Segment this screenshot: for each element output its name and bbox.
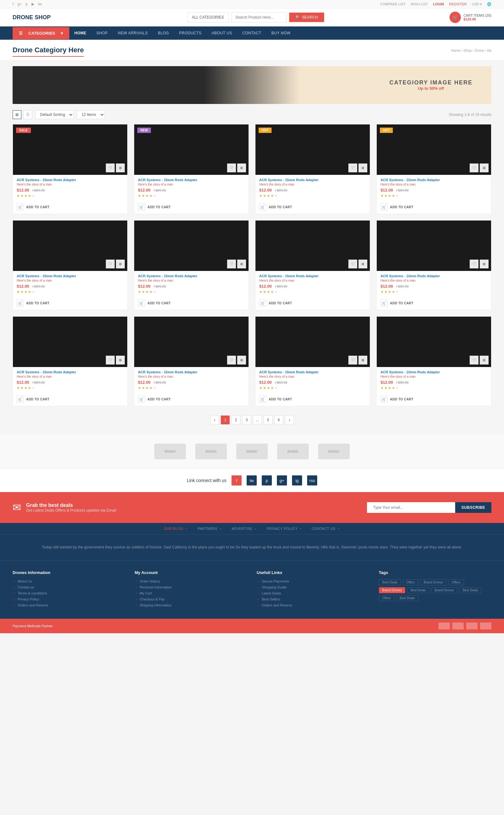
search-button[interactable]: 🔍 SEARCH <box>289 13 324 22</box>
product-name[interactable]: ACR Systems - 15mm Rods Adapter <box>259 370 366 374</box>
footer-terms[interactable]: Terms & conditions <box>13 591 125 595</box>
footer-orders-returns2[interactable]: Orders and Returns <box>257 603 369 607</box>
product-name[interactable]: ACR Systems - 15mm Rods Adapter <box>381 178 487 182</box>
nav-products[interactable]: PRODUCTS <box>174 26 207 40</box>
sort-select[interactable]: Default Sorting <box>35 110 74 119</box>
newsletter-email-input[interactable] <box>367 502 455 513</box>
tag-brand-drones[interactable]: Brand Drones <box>420 579 447 585</box>
tag-brand-drones2[interactable]: Brand Drones <box>379 587 405 593</box>
wishlist-button[interactable]: ♡ <box>227 260 236 268</box>
subscribe-button[interactable]: SUBSCRIBE <box>455 502 491 513</box>
wishlist-button[interactable]: ♡ <box>227 356 236 364</box>
product-name[interactable]: ACR Systems - 15mm Rods Adapter <box>381 370 487 374</box>
all-categories-button[interactable]: ALL CATEGORIES <box>187 12 229 22</box>
tag-best-deals3[interactable]: Best Deals <box>459 587 481 593</box>
footer-checkout[interactable]: Checkout & Pay <box>135 597 248 601</box>
wishlist-button[interactable]: ♡ <box>106 164 115 172</box>
add-to-cart-button[interactable]: ADD TO CART <box>269 398 292 401</box>
wishlist-button[interactable]: ♡ <box>470 356 478 364</box>
product-name[interactable]: ACR Systems - 15mm Rods Adapter <box>138 370 245 374</box>
categories-dropdown[interactable]: ☰ CATEGORIES ▾ <box>13 27 69 39</box>
footer-personal-info[interactable]: Personal Information <box>135 585 248 589</box>
page-2-button[interactable]: 2 <box>232 416 240 424</box>
social-facebook[interactable]: f <box>232 475 242 485</box>
product-name[interactable]: ACR Systems - 15mm Rods Adapter <box>17 178 123 182</box>
quick-view-button[interactable]: ⊕ <box>237 260 246 268</box>
add-to-cart-button[interactable]: ADD TO CART <box>26 398 49 401</box>
add-to-cart-button[interactable]: ADD TO CART <box>147 301 171 305</box>
footer-best-sellers[interactable]: Best Sellers <box>257 597 369 601</box>
youtube-icon[interactable]: ▶ <box>31 2 34 6</box>
language-selector[interactable]: 🌐 <box>487 2 491 6</box>
product-name[interactable]: ACR Systems - 15mm Rods Adapter <box>381 274 487 278</box>
quick-view-button[interactable]: ⊕ <box>358 356 367 364</box>
wish-list-link[interactable]: WISH LIST <box>411 2 428 6</box>
product-name[interactable]: ACR Systems - 15mm Rods Adapter <box>259 274 366 278</box>
items-per-page-select[interactable]: 12 Items <box>77 110 105 119</box>
product-name[interactable]: ACR Systems - 15mm Rods Adapter <box>138 274 245 278</box>
add-to-cart-button[interactable]: ADD TO CART <box>390 205 413 209</box>
social-twitter[interactable]: tw <box>247 475 257 485</box>
tag-offers[interactable]: Offers <box>403 579 418 585</box>
nav-new-arrivals[interactable]: NEW ARRIVALS <box>113 26 153 40</box>
quick-view-button[interactable]: ⊕ <box>358 164 367 172</box>
quick-view-button[interactable]: ⊕ <box>480 164 489 172</box>
add-to-cart-button[interactable]: ADD TO CART <box>147 398 171 401</box>
compare-list-link[interactable]: COMPARE LIST <box>380 2 406 6</box>
quick-view-button[interactable]: ⊕ <box>480 260 489 268</box>
quick-view-button[interactable]: ⊕ <box>237 164 246 172</box>
footer-nav-partners[interactable]: PARTNERS → <box>198 527 222 531</box>
list-view-button[interactable]: ☰ <box>23 110 32 119</box>
wishlist-button[interactable]: ♡ <box>348 260 357 268</box>
page-5-button[interactable]: 5 <box>264 416 272 424</box>
wishlist-button[interactable]: ♡ <box>470 260 478 268</box>
tag-offers3[interactable]: Offers <box>379 595 394 601</box>
product-name[interactable]: ACR Systems - 15mm Rods Adapter <box>17 370 123 374</box>
wishlist-button[interactable]: ♡ <box>348 164 357 172</box>
quick-view-button[interactable]: ⊕ <box>237 356 246 364</box>
pinterest-icon[interactable]: p <box>26 2 28 6</box>
currency-selector[interactable]: USD ▾ <box>472 2 482 6</box>
quick-view-button[interactable]: ⊕ <box>116 356 125 364</box>
footer-about-us[interactable]: About Us <box>13 579 125 583</box>
quick-view-button[interactable]: ⊕ <box>116 164 125 172</box>
wishlist-button[interactable]: ♡ <box>227 164 236 172</box>
grid-view-button[interactable]: ⊞ <box>13 110 21 119</box>
next-page-button[interactable]: › <box>285 416 294 424</box>
prev-page-button[interactable]: ‹ <box>210 416 219 424</box>
social-googleplus[interactable]: g+ <box>277 475 287 485</box>
page-6-button[interactable]: 6 <box>274 416 283 424</box>
product-name[interactable]: ACR Systems - 15mm Rods Adapter <box>17 274 123 278</box>
add-to-cart-button[interactable]: ADD TO CART <box>147 205 171 209</box>
nav-contact[interactable]: CONTACT <box>237 26 266 40</box>
footer-order-history[interactable]: Order History <box>135 579 248 583</box>
nav-blog[interactable]: BLOG <box>153 26 174 40</box>
footer-my-cart[interactable]: My Cart <box>135 591 248 595</box>
tag-best-deals4[interactable]: Best Deals <box>396 595 418 601</box>
wishlist-button[interactable]: ♡ <box>470 164 478 172</box>
breadcrumb-drone[interactable]: Drone <box>475 49 484 52</box>
quick-view-button[interactable]: ⊕ <box>480 356 489 364</box>
register-link[interactable]: REGISTER <box>449 2 467 6</box>
footer-nav-blog[interactable]: OUR BLOG → <box>164 527 188 531</box>
footer-nav-advertise[interactable]: ADVERTISE → <box>232 527 257 531</box>
add-to-cart-button[interactable]: ADD TO CART <box>390 301 413 305</box>
footer-secure-payments[interactable]: Secure Payments <box>257 579 369 583</box>
tag-best-deals[interactable]: Best Deals <box>379 579 401 585</box>
footer-shipping[interactable]: Shipping Information <box>135 603 248 607</box>
twitter-icon[interactable]: tw <box>38 2 42 6</box>
footer-privacy[interactable]: Privacy Policy <box>13 597 125 601</box>
social-rss[interactable]: rss <box>307 475 317 485</box>
add-to-cart-button[interactable]: ADD TO CART <box>26 205 49 209</box>
footer-latest-deals[interactable]: Latest Deals <box>257 591 369 595</box>
quick-view-button[interactable]: ⊕ <box>358 260 367 268</box>
add-to-cart-button[interactable]: ADD TO CART <box>269 301 292 305</box>
wishlist-button[interactable]: ♡ <box>106 356 115 364</box>
product-name[interactable]: ACR Systems - 15mm Rods Adapter <box>138 178 245 182</box>
nav-home[interactable]: HOME <box>69 26 91 40</box>
wishlist-button[interactable]: ♡ <box>106 260 115 268</box>
breadcrumb-shop[interactable]: Shop <box>463 49 472 52</box>
page-1-button[interactable]: 1 <box>221 416 230 424</box>
googleplus-icon[interactable]: g+ <box>17 2 22 6</box>
footer-contact-us[interactable]: Contact us <box>13 585 125 589</box>
